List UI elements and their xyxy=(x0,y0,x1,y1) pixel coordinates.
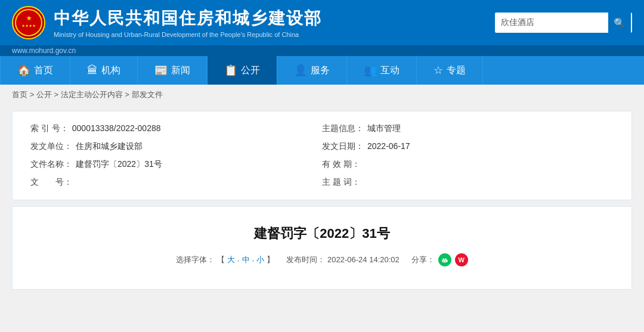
keyword-label: 主 题 词： xyxy=(322,177,360,188)
nav-home[interactable]: 🏠 首页 xyxy=(0,56,70,85)
special-icon: ☆ xyxy=(434,64,443,77)
valid-label: 有 效 期： xyxy=(322,159,360,170)
publish-time: 发布时间： 2022-06-24 14:20:02 xyxy=(286,255,399,265)
info-valid-row: 有 效 期： xyxy=(322,159,614,170)
nav-interact-label: 互动 xyxy=(380,64,400,77)
nav-org-label: 机构 xyxy=(101,64,120,77)
font-size-label: 选择字体： xyxy=(176,255,215,265)
nav-home-label: 首页 xyxy=(34,64,53,77)
info-index-row: 索 引 号： 000013338/2022-00288 xyxy=(30,123,322,134)
share-label: 分享： xyxy=(411,255,435,265)
doc-meta: 选择字体： 【 大 · 中 · 小 】 发布时间： 2022-06-24 14:… xyxy=(48,253,596,266)
info-date-row: 发文日期： 2022-06-17 xyxy=(322,141,614,152)
search-input[interactable] xyxy=(495,13,608,33)
docno-label: 文 号： xyxy=(30,177,72,188)
doc-title: 建督罚字〔2022〕31号 xyxy=(48,225,596,243)
issuer-value: 住房和城乡建设部 xyxy=(76,141,143,152)
content-card: 建督罚字〔2022〕31号 选择字体： 【 大 · 中 · 小 】 发布时间： … xyxy=(12,206,632,290)
font-size-selector: 选择字体： 【 大 · 中 · 小 】 xyxy=(176,255,274,265)
time-label: 发布时间： xyxy=(286,255,325,264)
svg-text:✦✦✦✦: ✦✦✦✦ xyxy=(21,24,36,28)
header-left: ★ ✦✦✦✦ 中华人民共和国住房和城乡建设部 Ministry of Housi… xyxy=(12,6,322,39)
breadcrumb-home[interactable]: 首页 xyxy=(12,90,27,99)
font-medium-link[interactable]: 中 xyxy=(242,255,250,265)
info-col-right: 主题信息： 城市管理 发文日期： 2022-06-17 有 效 期： 主 题 词… xyxy=(322,123,614,188)
info-docname-row: 文件名称： 建督罚字〔2022〕31号 xyxy=(30,159,322,170)
svg-point-6 xyxy=(445,260,446,262)
info-subject-row: 主题信息： 城市管理 xyxy=(322,123,614,134)
index-label: 索 引 号： xyxy=(30,123,69,134)
interact-icon: 👥 xyxy=(364,64,377,77)
time-value: 2022-06-24 14:20:02 xyxy=(327,255,400,264)
svg-text:★: ★ xyxy=(26,15,32,21)
nav-special-label: 专题 xyxy=(447,64,466,77)
weibo-share-button[interactable]: W xyxy=(455,253,468,266)
site-title-cn: 中华人民共和国住房和城乡建设部 xyxy=(54,7,322,30)
main-nav: 🏠 首页 🏛 机构 📰 新闻 📋 公开 👤 服务 👥 互动 ☆ 专题 xyxy=(0,56,644,85)
date-value: 2022-06-17 xyxy=(367,141,410,151)
nav-open-label: 公开 xyxy=(241,64,260,77)
info-keyword-row: 主 题 词： xyxy=(322,177,614,188)
nav-special[interactable]: ☆ 专题 xyxy=(417,56,483,85)
svg-point-0 xyxy=(16,10,42,36)
nav-interaction[interactable]: 👥 互动 xyxy=(347,56,417,85)
service-icon: 👤 xyxy=(294,64,307,77)
nav-open[interactable]: 📋 公开 xyxy=(208,56,277,85)
date-label: 发文日期： xyxy=(322,141,364,152)
org-icon: 🏛 xyxy=(87,64,98,77)
nav-news[interactable]: 📰 新闻 xyxy=(138,56,208,85)
info-issuer-row: 发文单位： 住房和城乡建设部 xyxy=(30,141,322,152)
issuer-label: 发文单位： xyxy=(30,141,72,152)
news-icon: 📰 xyxy=(154,64,168,77)
breadcrumb-proactive[interactable]: 法定主动公开内容 xyxy=(61,90,123,99)
font-small-link[interactable]: 小 xyxy=(256,255,264,265)
info-docno-row: 文 号： xyxy=(30,177,322,188)
docname-label: 文件名称： xyxy=(30,159,72,170)
info-col-left: 索 引 号： 000013338/2022-00288 发文单位： 住房和城乡建… xyxy=(30,123,322,188)
site-url: www.mohurd.gov.cn xyxy=(12,46,76,55)
info-grid: 索 引 号： 000013338/2022-00288 发文单位： 住房和城乡建… xyxy=(30,123,614,188)
wechat-share-button[interactable] xyxy=(438,253,451,266)
svg-point-5 xyxy=(443,260,444,262)
breadcrumb: 首页 > 公开 > 法定主动公开内容 > 部发文件 xyxy=(0,85,644,105)
breadcrumb-current: 部发文件 xyxy=(132,90,163,99)
site-title-en: Ministry of Housing and Urban-Rural Deve… xyxy=(54,31,322,38)
nav-news-label: 新闻 xyxy=(171,64,190,77)
info-card: 索 引 号： 000013338/2022-00288 发文单位： 住房和城乡建… xyxy=(12,111,632,200)
logo: ★ ✦✦✦✦ xyxy=(12,6,45,39)
url-bar: www.mohurd.gov.cn xyxy=(0,45,644,56)
open-icon: 📋 xyxy=(224,64,237,77)
subject-label: 主题信息： xyxy=(322,123,364,134)
search-box: 🔍 xyxy=(495,13,632,33)
home-icon: 🏠 xyxy=(17,64,30,77)
nav-service[interactable]: 👤 服务 xyxy=(277,56,347,85)
font-large-link[interactable]: 大 xyxy=(227,255,235,265)
search-button[interactable]: 🔍 xyxy=(608,13,631,33)
docname-value: 建督罚字〔2022〕31号 xyxy=(76,159,162,170)
header: ★ ✦✦✦✦ 中华人民共和国住房和城乡建设部 Ministry of Housi… xyxy=(0,0,644,45)
nav-organization[interactable]: 🏛 机构 xyxy=(70,56,138,85)
breadcrumb-open[interactable]: 公开 xyxy=(36,90,52,99)
index-value: 000013338/2022-00288 xyxy=(72,123,161,133)
header-title-block: 中华人民共和国住房和城乡建设部 Ministry of Housing and … xyxy=(54,7,322,38)
nav-service-label: 服务 xyxy=(311,64,330,77)
share-section: 分享： W xyxy=(411,253,468,266)
subject-value: 城市管理 xyxy=(367,123,401,134)
